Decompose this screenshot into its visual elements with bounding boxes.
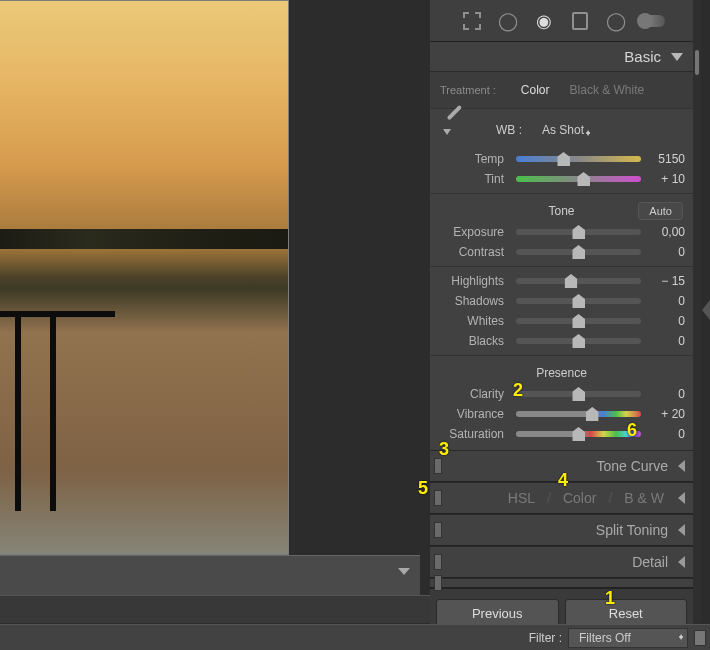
previous-button[interactable]: Previous bbox=[436, 599, 559, 627]
blacks-label: Blacks bbox=[438, 334, 512, 348]
saturation-slider[interactable]: Saturation 0 bbox=[430, 424, 693, 444]
slider-handle[interactable] bbox=[572, 427, 585, 441]
exposure-value[interactable]: 0,00 bbox=[645, 225, 685, 239]
photo-preview[interactable] bbox=[0, 0, 289, 555]
chevron-left-icon bbox=[678, 492, 685, 504]
redeye-tool[interactable]: ◉ bbox=[531, 8, 557, 34]
exposure-label: Exposure bbox=[438, 225, 512, 239]
temp-value[interactable]: 5150 bbox=[645, 152, 685, 166]
saturation-track[interactable] bbox=[516, 431, 641, 437]
panel-switch-icon[interactable] bbox=[434, 490, 442, 506]
wb-row: WB : As Shot bbox=[430, 109, 693, 149]
treatment-bw[interactable]: Black & White bbox=[560, 80, 655, 100]
slider-handle[interactable] bbox=[572, 294, 585, 308]
shadows-label: Shadows bbox=[438, 294, 512, 308]
vibrance-slider[interactable]: Vibrance + 20 bbox=[430, 404, 693, 424]
highlights-slider[interactable]: Highlights − 15 bbox=[430, 271, 693, 291]
slider-handle[interactable] bbox=[572, 387, 585, 401]
hsl-tab[interactable]: HSL bbox=[504, 490, 539, 506]
detail-panel[interactable]: Detail bbox=[430, 546, 693, 578]
tint-value[interactable]: + 10 bbox=[645, 172, 685, 186]
shadows-value[interactable]: 0 bbox=[645, 294, 685, 308]
tonecurve-panel[interactable]: Tone Curve bbox=[430, 450, 693, 482]
highlights-track[interactable] bbox=[516, 278, 641, 284]
hsl-panel[interactable]: HSL/ Color/ B & W bbox=[430, 482, 693, 514]
contrast-value[interactable]: 0 bbox=[645, 245, 685, 259]
vibrance-value[interactable]: + 20 bbox=[645, 407, 685, 421]
blacks-slider[interactable]: Blacks 0 bbox=[430, 331, 693, 351]
split-label: Split Toning bbox=[596, 522, 668, 538]
vibrance-track[interactable] bbox=[516, 411, 641, 417]
clarity-value[interactable]: 0 bbox=[645, 387, 685, 401]
slider-handle[interactable] bbox=[572, 245, 585, 259]
exposure-track[interactable] bbox=[516, 229, 641, 235]
panel-switch-icon[interactable] bbox=[434, 554, 442, 570]
detail-label: Detail bbox=[632, 554, 668, 570]
whites-slider[interactable]: Whites 0 bbox=[430, 311, 693, 331]
slider-handle[interactable] bbox=[572, 314, 585, 328]
panel-edge bbox=[430, 578, 693, 588]
tone-title: Tone bbox=[548, 204, 574, 218]
chevron-down-icon[interactable] bbox=[398, 568, 410, 575]
spot-tool[interactable]: ◯ bbox=[495, 8, 521, 34]
splittoning-panel[interactable]: Split Toning bbox=[430, 514, 693, 546]
chevron-left-icon bbox=[678, 524, 685, 536]
bw-tab[interactable]: B & W bbox=[620, 490, 668, 506]
filter-dropdown[interactable]: Filters Off bbox=[568, 628, 688, 648]
brush-tool[interactable] bbox=[639, 8, 665, 34]
presence-title: Presence bbox=[536, 366, 587, 380]
temp-track[interactable] bbox=[516, 156, 641, 162]
highlights-value[interactable]: − 15 bbox=[645, 274, 685, 288]
tint-label: Tint bbox=[438, 172, 512, 186]
filmstrip-area bbox=[0, 595, 430, 623]
tint-slider[interactable]: Tint + 10 bbox=[430, 169, 693, 189]
slider-handle[interactable] bbox=[577, 172, 590, 186]
reset-button[interactable]: Reset bbox=[565, 599, 688, 627]
tonecurve-label: Tone Curve bbox=[596, 458, 668, 474]
slider-handle[interactable] bbox=[572, 334, 585, 348]
chevron-down-icon bbox=[671, 53, 683, 61]
saturation-label: Saturation bbox=[438, 427, 512, 441]
auto-button[interactable]: Auto bbox=[638, 202, 683, 220]
clarity-slider[interactable]: Clarity 0 bbox=[430, 384, 693, 404]
panel-switch-icon[interactable] bbox=[434, 575, 442, 591]
eyedropper-icon[interactable] bbox=[440, 115, 476, 145]
slider-handle[interactable] bbox=[557, 152, 570, 166]
crop-tool[interactable] bbox=[459, 8, 485, 34]
contrast-track[interactable] bbox=[516, 249, 641, 255]
tint-track[interactable] bbox=[516, 176, 641, 182]
shadows-track[interactable] bbox=[516, 298, 641, 304]
blacks-value[interactable]: 0 bbox=[645, 334, 685, 348]
whites-track[interactable] bbox=[516, 318, 641, 324]
color-tab[interactable]: Color bbox=[559, 490, 600, 506]
temp-slider[interactable]: Temp 5150 bbox=[430, 149, 693, 169]
slider-handle[interactable] bbox=[565, 274, 578, 288]
clarity-track[interactable] bbox=[516, 391, 641, 397]
panel-title: Basic bbox=[624, 48, 661, 65]
wb-label: WB : bbox=[496, 123, 522, 137]
filter-switch-icon[interactable] bbox=[694, 630, 706, 646]
exposure-slider[interactable]: Exposure 0,00 bbox=[430, 222, 693, 242]
slider-handle[interactable] bbox=[586, 407, 599, 421]
vibrance-label: Vibrance bbox=[438, 407, 512, 421]
contrast-slider[interactable]: Contrast 0 bbox=[430, 242, 693, 262]
basic-panel-header[interactable]: Basic bbox=[430, 42, 693, 72]
wb-dropdown[interactable]: As Shot bbox=[542, 123, 590, 137]
treatment-row: Treatment : Color Black & White bbox=[430, 72, 693, 109]
saturation-value[interactable]: 0 bbox=[645, 427, 685, 441]
scrollbar[interactable] bbox=[693, 0, 701, 623]
grad-filter-tool[interactable] bbox=[567, 8, 593, 34]
panel-switch-icon[interactable] bbox=[434, 458, 442, 474]
blacks-track[interactable] bbox=[516, 338, 641, 344]
whites-value[interactable]: 0 bbox=[645, 314, 685, 328]
slider-handle[interactable] bbox=[572, 225, 585, 239]
treatment-color[interactable]: Color bbox=[511, 80, 560, 100]
panel-switch-icon[interactable] bbox=[434, 522, 442, 538]
chevron-left-icon bbox=[678, 460, 685, 472]
shadows-slider[interactable]: Shadows 0 bbox=[430, 291, 693, 311]
annotation-5: 5 bbox=[418, 478, 428, 499]
treatment-label: Treatment : bbox=[440, 84, 496, 96]
panel-collapse-arrow[interactable] bbox=[702, 300, 710, 320]
radial-filter-tool[interactable]: ◯ bbox=[603, 8, 629, 34]
highlights-label: Highlights bbox=[438, 274, 512, 288]
